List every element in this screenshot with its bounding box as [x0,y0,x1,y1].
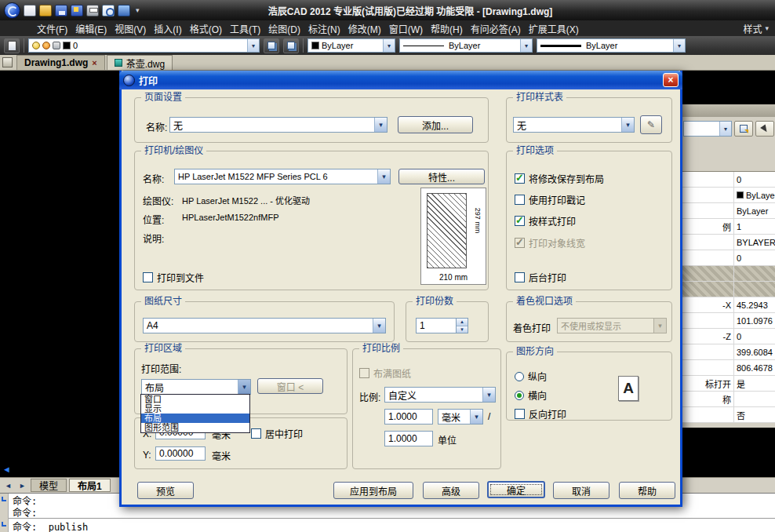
style-dropdown-icon[interactable]: ▾ [765,24,769,32]
printer-name-combobox[interactable]: HP LaserJet M1522 MFP Series PCL 6 ▾ [174,169,391,184]
print-dialog-titlebar[interactable]: 打印 × [119,71,682,89]
selection-combobox[interactable]: ▾ [683,121,732,137]
scale-denominator-input[interactable] [384,431,433,446]
property-value[interactable]: ByLayer [734,203,775,218]
property-section-header[interactable] [681,282,775,297]
app-logo-icon[interactable] [4,2,20,19]
printer-properties-button[interactable]: 特性... [398,169,485,184]
spinner-down-icon[interactable]: ▾ [457,326,468,333]
dropdown-icon[interactable]: ▾ [470,410,482,424]
center-plot-checkbox[interactable] [251,428,261,439]
menu-tools[interactable]: 工具(T) [226,20,264,36]
selection-dropdown-icon[interactable]: ▾ [719,122,731,136]
dropdown-icon[interactable]: ▾ [377,169,390,184]
plot-to-file-checkbox[interactable] [143,272,153,282]
option-layout[interactable]: 布局 [141,414,249,423]
apply-to-layout-button[interactable]: 应用到布局 [333,482,413,499]
publish-icon[interactable] [118,5,130,16]
help-button[interactable]: 帮助 [619,482,675,499]
layer-combobox[interactable]: 0 ▾ [28,38,260,53]
layer-states-button[interactable] [283,38,299,53]
plot-stamp-checkbox[interactable] [515,195,525,205]
quick-toolbar-overflow-icon[interactable]: ▾ [133,6,142,14]
edit-plot-style-button[interactable]: ✎ [640,115,662,134]
preview-button[interactable]: 预览 [137,482,194,499]
background-plot-checkbox[interactable] [515,272,525,282]
scale-numerator-input[interactable] [384,409,433,425]
property-value[interactable]: 45.2943 [734,297,775,312]
plot-range-combobox[interactable]: 布局 ▾ [141,379,251,395]
paper-size-combobox[interactable]: A4 ▾ [143,318,386,333]
spinner-up-icon[interactable]: ▴ [457,319,468,326]
plot-preview-icon[interactable] [102,5,115,16]
hscroll-left-icon[interactable]: ◄ [2,465,11,474]
cancel-button[interactable]: 取消 [553,482,609,499]
plot-style-combobox[interactable]: 无 ▾ [513,117,635,133]
property-value[interactable]: BYLAYER [734,235,775,250]
menu-qa[interactable]: 有问必答(A) [467,20,525,36]
property-value[interactable]: 是 [734,376,775,391]
lineweight-combobox[interactable]: ByLayer ▾ [537,38,686,53]
menu-view[interactable]: 视图(V) [111,20,150,36]
menu-draw[interactable]: 绘图(D) [264,20,304,36]
new-file-icon[interactable] [24,5,36,16]
layer-properties-button[interactable] [4,38,20,53]
save-changes-checkbox[interactable] [515,173,525,184]
dropdown-icon[interactable]: ▾ [621,118,634,132]
menu-express-tools[interactable]: 扩展工具(X) [525,20,583,36]
reverse-plot-checkbox[interactable] [515,409,525,419]
tab-layout1[interactable]: 布局1 [69,479,111,492]
dropdown-icon[interactable]: ▾ [482,388,495,402]
option-display[interactable]: 显示 [141,404,249,414]
option-window[interactable]: 窗口 [141,395,249,404]
command-input-line[interactable]: 命令: _publish [13,520,88,532]
menu-window[interactable]: 窗口(W) [385,20,427,36]
open-file-icon[interactable] [39,5,52,16]
menu-help[interactable]: 帮助(H) [427,20,467,36]
dropdown-icon[interactable]: ▾ [374,118,387,132]
option-extents[interactable]: 图形范围 [141,423,249,432]
layout-next-icon[interactable]: ► [16,479,28,491]
menu-file[interactable]: 文件(F) [33,20,71,36]
tab-close-icon[interactable]: × [92,58,96,67]
property-value[interactable]: 806.4678 [734,360,775,375]
save-icon[interactable] [55,5,67,16]
tab-model[interactable]: 模型 [31,479,67,492]
add-page-setup-button[interactable]: 添加... [398,116,473,133]
quick-select-button[interactable] [734,121,753,137]
lineweight-dropdown-icon[interactable]: ▾ [673,39,685,52]
save-as-icon[interactable] [71,5,83,16]
scale-unit-combobox[interactable]: 毫米 ▾ [438,409,483,425]
property-value[interactable]: 否 [734,407,775,422]
dropdown-icon[interactable]: ▾ [373,319,385,333]
menu-insert[interactable]: 插入(I) [150,20,185,36]
select-objects-button[interactable] [755,121,774,137]
offset-y-input[interactable] [155,446,206,461]
property-section-header[interactable] [681,266,775,282]
portrait-radio[interactable] [515,372,524,381]
landscape-radio[interactable] [515,391,524,400]
color-dropdown-icon[interactable]: ▾ [383,39,395,52]
property-value[interactable]: 0 [734,172,775,187]
plot-with-styles-checkbox[interactable] [515,216,525,226]
document-list-icon[interactable] [2,57,13,67]
layer-dropdown-icon[interactable]: ▾ [247,39,259,52]
property-value[interactable] [734,392,775,406]
tab-teapot[interactable]: 茶壶.dwg [107,55,173,70]
menu-dimension[interactable]: 标注(N) [304,20,344,36]
menu-format[interactable]: 格式(O) [186,20,226,36]
page-setup-combobox[interactable]: 无 ▾ [169,117,388,133]
dropdown-icon[interactable]: ▾ [238,380,250,394]
dialog-close-button[interactable]: × [663,73,679,87]
property-value[interactable]: 101.0976 [734,313,775,328]
copies-input[interactable] [416,318,457,333]
property-value[interactable]: 1 [734,219,775,234]
linetype-combobox[interactable]: ByLayer ▾ [399,38,533,53]
property-value[interactable]: ByLayer [734,188,775,202]
menu-edit[interactable]: 编辑(E) [71,20,111,36]
color-combobox[interactable]: ByLayer ▾ [307,38,395,53]
property-value[interactable]: 0 [734,329,775,344]
ok-button[interactable]: 确定 [487,481,545,498]
layout-prev-icon[interactable]: ◄ [2,479,14,491]
style-label[interactable]: 样式 [743,22,762,35]
